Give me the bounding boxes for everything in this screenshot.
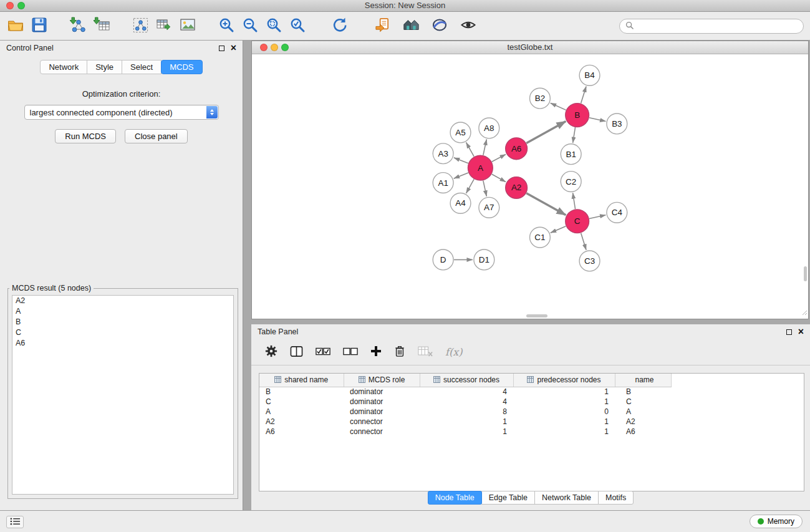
edge-B-B1[interactable] xyxy=(573,127,576,143)
edge-A-A6[interactable] xyxy=(492,154,506,162)
float-table-panel-icon[interactable] xyxy=(786,329,792,335)
zoom-out-button[interactable] xyxy=(238,14,262,38)
tab-mcds[interactable]: MCDS xyxy=(161,60,202,74)
node-B3[interactable]: B3 xyxy=(607,114,627,134)
horizontal-scrollbar-thumb[interactable] xyxy=(526,314,547,317)
search-field[interactable] xyxy=(619,19,804,34)
table-row[interactable]: Cdominator41C xyxy=(259,397,804,407)
export-image-button[interactable] xyxy=(176,14,200,38)
edge-B-B4[interactable] xyxy=(581,86,586,103)
edge-C-C4[interactable] xyxy=(589,215,605,219)
node-C[interactable]: C xyxy=(566,210,589,233)
mcds-result-item[interactable]: A2 xyxy=(12,296,233,306)
node-A2[interactable]: A2 xyxy=(506,177,528,199)
network-graph[interactable]: AA6A2BCA1A3A4A5A7A8B1B2B3B4C1C2C3C4DD1 xyxy=(252,54,808,319)
tab-network-table[interactable]: Network Table xyxy=(534,491,599,505)
node-B2[interactable]: B2 xyxy=(530,88,551,109)
table-row[interactable]: A2connector11A2 xyxy=(259,417,804,427)
tab-style[interactable]: Style xyxy=(87,60,122,74)
edge-A6-B[interactable] xyxy=(526,122,566,143)
mcds-result-item[interactable]: C xyxy=(12,327,233,338)
app-close-button[interactable] xyxy=(6,2,14,9)
edge-A-A5[interactable] xyxy=(466,142,475,156)
table-settings-button[interactable] xyxy=(265,345,277,359)
edge-A-A7[interactable] xyxy=(483,181,486,196)
node-A3[interactable]: A3 xyxy=(433,143,453,164)
network-canvas[interactable]: AA6A2BCA1A3A4A5A7A8B1B2B3B4C1C2C3C4DD1 xyxy=(252,54,808,319)
function-builder-button[interactable]: f(x) xyxy=(445,346,462,358)
tab-network[interactable]: Network xyxy=(40,60,87,74)
edge-A-A3[interactable] xyxy=(454,158,468,163)
vertical-scrollbar-thumb[interactable] xyxy=(804,266,807,281)
mcds-result-list[interactable]: A2ABCA6 xyxy=(12,295,234,495)
column-header-mcds-role[interactable]: MCDS role xyxy=(344,374,420,387)
table-row[interactable]: A6connector11A6 xyxy=(259,427,804,437)
node-D1[interactable]: D1 xyxy=(474,249,494,270)
node-B1[interactable]: B1 xyxy=(561,144,581,165)
delete-column-button[interactable] xyxy=(394,345,405,359)
edge-A2-C[interactable] xyxy=(526,193,566,215)
edge-A-A2[interactable] xyxy=(492,174,506,181)
mcds-result-item[interactable]: A xyxy=(12,306,233,317)
open-file-button[interactable] xyxy=(4,14,27,38)
import-table-button[interactable] xyxy=(90,14,113,38)
select-all-rows-button[interactable] xyxy=(316,347,330,357)
node-A1[interactable]: A1 xyxy=(433,173,453,193)
tab-node-table[interactable]: Node Table xyxy=(428,491,482,505)
network-zoom-button[interactable] xyxy=(281,44,289,51)
column-header-name[interactable]: name xyxy=(615,374,671,387)
app-zoom-button[interactable] xyxy=(17,2,25,9)
tab-edge-table[interactable]: Edge Table xyxy=(481,491,535,505)
save-session-button[interactable] xyxy=(27,14,51,38)
deselect-all-rows-button[interactable] xyxy=(343,347,358,357)
task-history-button[interactable] xyxy=(6,516,24,528)
edge-A-A4[interactable] xyxy=(466,179,475,193)
memory-button[interactable]: Memory xyxy=(750,515,803,528)
table-row[interactable]: Adominator80A xyxy=(259,407,804,417)
mcds-result-item[interactable]: B xyxy=(12,317,233,327)
export-table-button[interactable] xyxy=(152,14,176,38)
edge-B-B3[interactable] xyxy=(589,118,605,122)
column-header-successor-nodes[interactable]: successor nodes xyxy=(420,374,513,387)
tab-select[interactable]: Select xyxy=(122,60,162,74)
tab-motifs[interactable]: Motifs xyxy=(598,491,634,505)
delete-table-button[interactable] xyxy=(418,346,433,359)
node-A5[interactable]: A5 xyxy=(450,122,471,143)
refresh-view-button[interactable] xyxy=(328,14,352,38)
network-close-button[interactable] xyxy=(260,44,268,51)
close-panel-icon[interactable]: × xyxy=(231,44,236,52)
node-D[interactable]: D xyxy=(433,249,453,270)
cybrowser-button[interactable] xyxy=(428,14,451,38)
close-panel-button[interactable]: Close panel xyxy=(125,129,188,143)
search-input[interactable] xyxy=(637,22,798,31)
node-C4[interactable]: C4 xyxy=(607,202,627,223)
edge-A-A8[interactable] xyxy=(483,139,486,155)
node-C1[interactable]: C1 xyxy=(530,227,551,248)
zoom-fit-button[interactable] xyxy=(262,14,286,38)
criterion-dropdown[interactable]: largest connected component (directed) xyxy=(24,105,219,120)
resize-grip[interactable] xyxy=(801,307,808,318)
close-table-panel-icon[interactable]: × xyxy=(798,328,804,336)
node-A6[interactable]: A6 xyxy=(506,138,528,160)
edge-C-C3[interactable] xyxy=(581,233,586,250)
network-minimize-button[interactable] xyxy=(271,44,278,51)
zoom-in-button[interactable] xyxy=(215,14,238,38)
column-header-shared-name[interactable]: shared name xyxy=(259,374,344,387)
node-A[interactable]: A xyxy=(468,155,493,180)
mcds-result-item[interactable]: A6 xyxy=(12,338,233,349)
new-network-from-selection-button[interactable] xyxy=(128,14,152,38)
edge-A-A1[interactable] xyxy=(454,173,468,178)
column-header-predecessor-nodes[interactable]: predecessor nodes xyxy=(513,374,615,387)
ndex-documents-button[interactable] xyxy=(370,14,394,38)
zoom-selected-button[interactable] xyxy=(286,14,309,38)
edge-B-B2[interactable] xyxy=(551,103,566,110)
node-A8[interactable]: A8 xyxy=(479,118,499,138)
node-C3[interactable]: C3 xyxy=(579,251,600,271)
edge-C-C2[interactable] xyxy=(573,193,576,209)
run-mcds-button[interactable]: Run MCDS xyxy=(55,129,116,143)
node-B4[interactable]: B4 xyxy=(579,65,600,85)
ndex-home-button[interactable] xyxy=(399,14,423,38)
node-C2[interactable]: C2 xyxy=(561,172,581,192)
node-B[interactable]: B xyxy=(566,104,589,127)
show-graphics-details-button[interactable] xyxy=(456,14,480,38)
